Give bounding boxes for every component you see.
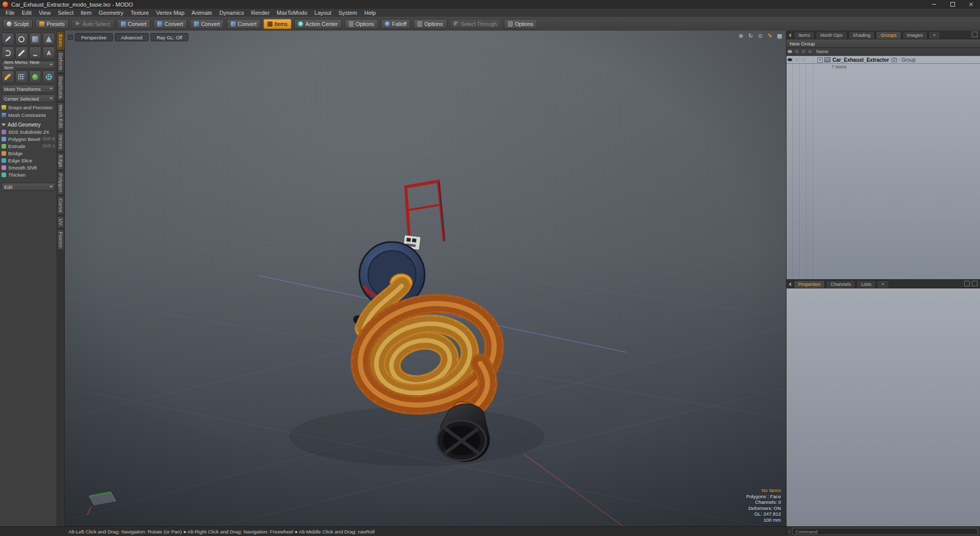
tool-list-item[interactable]: Edge Slice xyxy=(2,157,55,164)
menu-item[interactable]: MaxToModo xyxy=(273,9,311,17)
menu-item[interactable]: Layout xyxy=(311,9,335,17)
toolbox-tab[interactable]: UV xyxy=(57,216,64,228)
panel-gear-icon[interactable] xyxy=(972,281,977,286)
viewport-mode-button[interactable]: Advanced xyxy=(115,33,149,41)
tab-scroll-left-icon[interactable] xyxy=(789,33,791,37)
panel-expand-icon[interactable] xyxy=(972,32,977,37)
menu-item[interactable]: Item xyxy=(77,9,95,17)
menu-item[interactable]: Select xyxy=(54,9,77,17)
toolbar-button[interactable]: Convert xyxy=(153,19,187,29)
viewport-menu-icon[interactable] xyxy=(68,35,73,40)
panel-tab[interactable]: Mesh Ops xyxy=(816,31,847,39)
menu-item[interactable]: File xyxy=(2,9,18,17)
tool-list-item[interactable]: Bridge xyxy=(2,150,55,157)
viewport-mode-button[interactable]: Ray GL: Off xyxy=(151,33,188,41)
lock-toggle[interactable] xyxy=(800,58,806,61)
add-geometry-header[interactable]: Add Geometry xyxy=(2,121,55,128)
toolbar-button[interactable]: Sculpt xyxy=(3,19,33,29)
plane-item-button[interactable] xyxy=(15,70,28,83)
menu-item[interactable]: Texture xyxy=(127,9,153,17)
toolbox-tab[interactable]: Duplicate xyxy=(57,74,64,101)
more-transforms-dropdown[interactable]: More Transforms xyxy=(2,85,55,93)
render-toggle[interactable] xyxy=(793,58,800,61)
toolbox-tab[interactable]: Polygon xyxy=(57,171,64,195)
menu-item[interactable]: Dynamics xyxy=(216,9,248,17)
toolbox-tab[interactable]: Curve xyxy=(57,196,64,215)
pencil-item-button[interactable] xyxy=(2,70,14,83)
toolbox-tab[interactable]: Edge xyxy=(57,153,64,170)
panel-tab[interactable]: + xyxy=(928,31,941,39)
curve-tool-button[interactable] xyxy=(29,46,42,59)
minimize-button[interactable] xyxy=(925,0,943,9)
command-input[interactable]: Command xyxy=(792,528,978,535)
panel-tab[interactable]: Items xyxy=(794,31,815,39)
toolbox-tab[interactable]: Fusion xyxy=(57,229,64,250)
panel-tab[interactable]: Lists xyxy=(856,280,876,288)
menu-item[interactable]: Animate xyxy=(188,9,215,17)
render-column-icon[interactable] xyxy=(793,50,800,53)
toolbar-button[interactable]: Options xyxy=(345,19,378,29)
panel-tab[interactable]: Groups xyxy=(876,31,901,39)
viewport-3d[interactable]: PerspectiveAdvancedRay GL: Off ⊕↻⊙✎▦ No … xyxy=(65,31,786,527)
toolbox-tab[interactable]: Basic xyxy=(57,32,64,50)
pen-tool-button[interactable] xyxy=(2,33,14,45)
group-list[interactable]: + Car_Exhaust_Extractor (2) : Group 7 It… xyxy=(787,56,980,279)
tool-list-item[interactable]: SDS Subdivide 2X xyxy=(2,128,55,135)
tab-scroll-left-icon[interactable] xyxy=(789,282,791,286)
toolbar-button[interactable]: Convert xyxy=(190,19,224,29)
visibility-column-icon[interactable] xyxy=(787,50,793,53)
ellipse-tool-button[interactable] xyxy=(15,33,28,45)
panel-tab[interactable]: Channels xyxy=(826,280,855,288)
toolbar-button[interactable]: Options xyxy=(413,19,447,29)
tool-list-item[interactable]: Polygon Bevel Shift B xyxy=(2,135,55,142)
center-selected-dropdown[interactable]: Center Selected xyxy=(2,94,55,103)
menu-item[interactable]: Vertex Map xyxy=(153,9,188,17)
pan-view-icon[interactable]: ⊕ xyxy=(738,32,744,39)
toolbox-tab[interactable]: Deform xyxy=(57,51,64,73)
maximize-button[interactable] xyxy=(943,0,962,9)
expander-icon[interactable]: + xyxy=(817,57,823,63)
menu-item[interactable]: Edit xyxy=(18,9,35,17)
toolbar-button[interactable]: Convert xyxy=(227,19,261,29)
menu-item[interactable]: Help xyxy=(361,9,380,17)
menu-item[interactable]: Render xyxy=(248,9,273,17)
toolbar-button[interactable]: Auto Select xyxy=(71,19,114,29)
viewport-mode-button[interactable]: Perspective xyxy=(75,33,113,41)
command-prompt-icon[interactable]: › xyxy=(789,529,790,534)
toolbar-button[interactable]: Action Center xyxy=(294,19,342,29)
rotate-view-icon[interactable]: ↻ xyxy=(747,32,754,39)
item-menu-dropdown[interactable]: Item Menu: New Item xyxy=(2,61,55,69)
toolbar-button[interactable]: Convert xyxy=(117,19,151,29)
panel-tab[interactable]: Images xyxy=(902,31,927,39)
toolbar-button[interactable]: Options xyxy=(504,19,537,29)
mesh-constraints-button[interactable]: Mesh Constraints xyxy=(2,112,55,118)
panel-tab[interactable]: Properties xyxy=(794,280,825,288)
toolbar-button[interactable]: Select Through xyxy=(450,19,501,29)
menu-item[interactable]: Geometry xyxy=(95,9,127,17)
filter-column-icon[interactable] xyxy=(806,50,813,53)
zoom-view-icon[interactable]: ⊙ xyxy=(757,32,764,39)
toolbar-button[interactable]: Items xyxy=(263,19,292,29)
new-group-button[interactable]: New Group xyxy=(787,39,980,48)
close-button[interactable] xyxy=(962,0,980,9)
visibility-toggle[interactable] xyxy=(787,58,793,61)
sphere-item-button[interactable] xyxy=(29,70,42,83)
panel-tab[interactable]: + xyxy=(877,280,889,288)
tool-list-item[interactable]: Smooth Shift xyxy=(2,164,55,171)
group-row[interactable]: + Car_Exhaust_Extractor (2) : Group xyxy=(787,56,980,64)
menu-item[interactable]: View xyxy=(35,9,55,17)
viewport-canvas[interactable] xyxy=(65,31,786,527)
spiral-tool-button[interactable] xyxy=(2,46,14,59)
panel-expand-icon[interactable] xyxy=(964,281,970,286)
draw-overlay-icon[interactable]: ✎ xyxy=(767,32,773,39)
text-tool-button[interactable]: A xyxy=(42,46,55,59)
cone-tool-button[interactable] xyxy=(42,33,55,45)
grid-toggle-icon[interactable]: ▦ xyxy=(776,32,783,39)
cube-tool-button[interactable] xyxy=(29,33,42,45)
tool-list-item[interactable]: Extrude Shift X xyxy=(2,142,55,150)
sketch-tool-button[interactable] xyxy=(15,46,28,59)
tool-list-item[interactable]: Thicken xyxy=(2,171,55,178)
lock-column-icon[interactable] xyxy=(800,50,806,53)
toolbox-tab[interactable]: Vertex xyxy=(57,132,64,152)
panel-tab[interactable]: Shading xyxy=(848,31,875,39)
